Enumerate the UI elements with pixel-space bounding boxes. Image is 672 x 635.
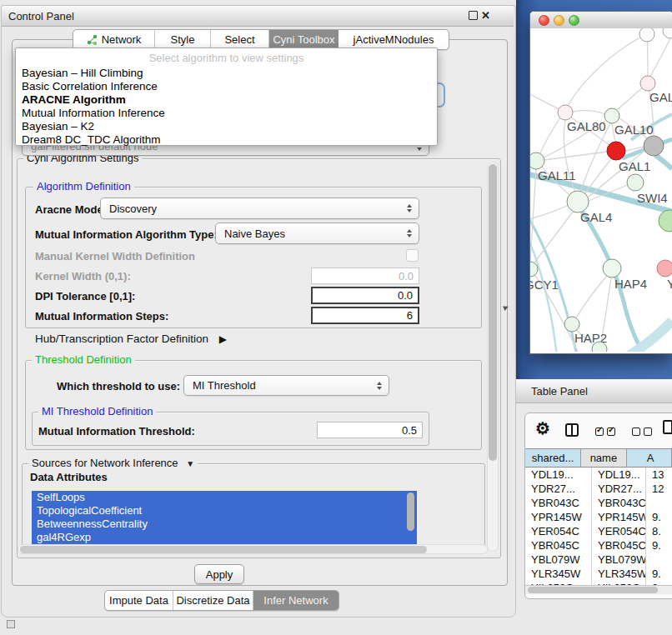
table-cell: YBR045C — [592, 538, 646, 552]
tab-jactivemnodules[interactable]: jActiveMNodules — [339, 30, 449, 49]
column-header-shared-name[interactable]: shared... — [525, 449, 581, 467]
network-node-swi4[interactable] — [627, 174, 644, 191]
column-header-name[interactable]: name — [581, 449, 627, 467]
table-cell: 9. — [646, 538, 672, 552]
network-edge — [530, 88, 559, 109]
mi-steps-field[interactable]: 6 — [311, 307, 419, 324]
attribute-list-item[interactable]: gal4RGexp — [32, 531, 417, 544]
table-cell: YER054C — [525, 524, 592, 538]
node-label: SWI4 — [637, 191, 668, 205]
network-node-gal80[interactable] — [558, 105, 573, 120]
table-panel-titlebar: Table Panel — [516, 379, 672, 403]
attribute-list-item[interactable]: SelfLoops — [32, 491, 417, 504]
manual-kernel-checkbox[interactable] — [406, 249, 419, 262]
tab-style[interactable]: Style — [155, 30, 211, 49]
network-node-gal[interactable] — [640, 76, 655, 91]
dropdown-item[interactable]: ARACNE Algorithm — [16, 93, 437, 107]
network-graph[interactable]: GALGAL80GAL10GAL1GAL11SWI4GAL4GCY1HAP4YH… — [530, 28, 672, 352]
table-header: shared... name A — [525, 448, 672, 468]
tab-network-label: Network — [102, 33, 142, 46]
column-header-extra[interactable]: A — [627, 449, 672, 467]
network-window-titlebar[interactable] — [530, 12, 672, 29]
network-icon — [87, 34, 98, 45]
table-cell: 13 — [646, 468, 672, 482]
table-row[interactable]: YBL079WYBL079W — [525, 552, 672, 567]
zoom-window-icon[interactable] — [569, 15, 579, 26]
dropdown-item[interactable]: Dream8 DC_TDC Algorithm — [16, 133, 437, 147]
dropdown-placeholder: Select algorithm to view settings — [16, 48, 437, 67]
tab-select[interactable]: Select — [211, 30, 269, 49]
mi-threshold-field[interactable]: 0.5 — [317, 422, 423, 438]
table-row[interactable]: YBR043CYBR043C — [525, 496, 672, 510]
aracne-mode-combobox[interactable]: Discovery — [100, 198, 419, 219]
table-row[interactable]: YDL19...YDL19...13 — [525, 468, 672, 482]
dropdown-item[interactable]: Basic Correlation Inference — [16, 80, 437, 93]
deselect-all-checkbox-icon[interactable] — [632, 428, 640, 436]
table-cell: YBL079W — [525, 552, 592, 567]
close-panel-icon[interactable]: ✕ — [481, 10, 490, 21]
network-node[interactable] — [659, 210, 672, 232]
node-label: GAL — [649, 90, 672, 104]
dropdown-item-list: Bayesian – Hill ClimbingBasic Correlatio… — [16, 67, 437, 147]
attribute-list-item[interactable]: BetweennessCentrality — [32, 518, 417, 531]
settings-scrollbar-thumb[interactable] — [489, 164, 497, 461]
dropdown-item[interactable]: Mutual Information Inference — [16, 107, 437, 120]
tab-infer-network[interactable]: Infer Network — [253, 591, 339, 610]
float-window-icon[interactable] — [469, 11, 478, 20]
minimize-window-icon[interactable] — [554, 15, 564, 26]
dropdown-item[interactable]: Bayesian – K2 — [16, 120, 437, 133]
attributes-scrollbar-thumb[interactable] — [407, 492, 414, 531]
settings-hscrollbar-thumb[interactable] — [20, 546, 427, 553]
table-cell: YDL19... — [592, 468, 646, 482]
tab-cyni-toolbox[interactable]: Cyni Toolbox — [269, 30, 339, 49]
network-node[interactable] — [663, 28, 672, 38]
table-row[interactable]: YBR045CYBR045C9. — [525, 538, 672, 552]
table-hscrollbar-thumb[interactable] — [528, 587, 658, 593]
close-window-icon[interactable] — [539, 15, 549, 26]
table-cell: 9. — [646, 567, 672, 581]
algorithm-dropdown-popup: Select algorithm to view settings Bayesi… — [15, 48, 438, 146]
network-node-gal10[interactable] — [604, 108, 619, 123]
gear-icon[interactable]: ⚙ — [535, 418, 550, 438]
network-node-gal1[interactable] — [607, 142, 625, 160]
table-row[interactable]: YLR345WYLR345W9. — [525, 567, 672, 581]
sources-group-title[interactable]: Sources for Network Inference ▼ — [28, 458, 198, 470]
table-cell: YER054C — [592, 524, 646, 538]
table-row[interactable]: YER054CYER054C8. — [525, 524, 672, 538]
new-table-file-icon[interactable] — [663, 420, 672, 434]
hub-definition-section[interactable]: Hub/Transcription Factor Definition ▶ — [35, 332, 227, 345]
apply-button[interactable]: Apply — [194, 564, 244, 584]
expand-right-icon[interactable]: ▶ — [219, 333, 227, 345]
network-edge — [655, 155, 672, 169]
network-node-hap2[interactable] — [564, 317, 579, 332]
table-row[interactable]: YDR27...YDR27...12 — [525, 482, 672, 496]
table-cell: YBR043C — [592, 496, 646, 510]
panel-grip-icon[interactable] — [7, 620, 15, 628]
dpi-tolerance-field[interactable]: 0.0 — [311, 287, 419, 304]
network-node[interactable] — [644, 136, 664, 156]
attribute-list-item[interactable]: TopologicalCoefficient — [32, 504, 417, 518]
kernel-width-field[interactable]: 0.0 — [311, 268, 419, 284]
which-threshold-combobox[interactable]: MI Threshold — [183, 375, 389, 396]
select-all-checkbox-icon[interactable] — [595, 428, 604, 436]
network-node-hap4[interactable] — [603, 259, 621, 278]
mi-type-combobox[interactable]: Naive Bayes — [215, 222, 419, 244]
algorithm-definition-title: Algorithm Definition — [33, 181, 134, 192]
tab-network[interactable]: Network — [73, 30, 155, 49]
tab-discretize-data[interactable]: Discretize Data — [173, 591, 253, 610]
network-node-y[interactable] — [657, 260, 672, 277]
deselect-all-checkbox-icon-2[interactable] — [644, 428, 652, 436]
tab-impute-data[interactable]: Impute Data — [105, 591, 173, 610]
network-canvas[interactable]: GALGAL80GAL10GAL1GAL11SWI4GAL4GCY1HAP4YH… — [530, 28, 672, 352]
table-row[interactable]: YPR145WYPR145W9. — [525, 510, 672, 524]
collapse-down-icon[interactable]: ▼ — [186, 459, 194, 468]
table-panel-title: Table Panel — [516, 385, 588, 398]
select-all-checkbox-icon-2[interactable] — [607, 428, 615, 436]
network-node[interactable] — [639, 28, 654, 42]
dropdown-item[interactable]: Bayesian – Hill Climbing — [16, 67, 437, 80]
data-attributes-list[interactable]: SelfLoopsTopologicalCoefficientBetweenne… — [32, 491, 417, 544]
columns-icon[interactable] — [565, 423, 579, 437]
table-cell: YBL079W — [592, 552, 646, 567]
network-node-gal11[interactable] — [530, 152, 544, 169]
table-cell — [646, 552, 672, 567]
